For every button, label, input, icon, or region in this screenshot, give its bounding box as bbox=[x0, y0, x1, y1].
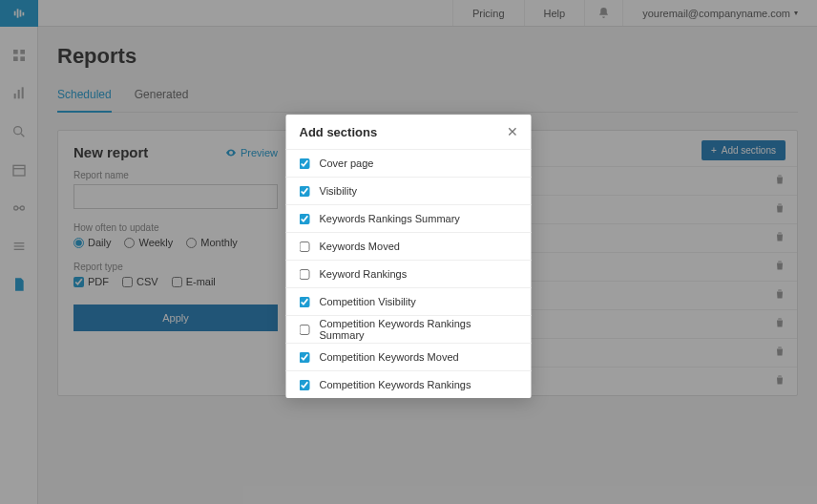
modal-title: Add sections bbox=[300, 125, 378, 139]
option-checkbox[interactable] bbox=[300, 269, 310, 280]
option-label: Competition Keywords Rankings bbox=[320, 379, 471, 390]
option-checkbox[interactable] bbox=[300, 242, 310, 252]
option-checkbox[interactable] bbox=[300, 352, 310, 363]
modal-option[interactable]: Competition Visibility bbox=[286, 287, 532, 315]
modal-option[interactable]: Keyword Rankings bbox=[286, 260, 532, 287]
modal-option[interactable]: Competition Keywords Moved bbox=[286, 343, 532, 370]
option-checkbox[interactable] bbox=[300, 297, 310, 307]
option-label: Competition Visibility bbox=[320, 296, 416, 307]
option-checkbox[interactable] bbox=[300, 325, 310, 335]
option-label: Visibility bbox=[320, 185, 358, 197]
option-checkbox[interactable] bbox=[300, 186, 310, 197]
close-icon[interactable]: ✕ bbox=[507, 124, 518, 139]
modal-option[interactable]: Cover page bbox=[286, 149, 532, 177]
option-label: Keywords Rankings Summary bbox=[320, 213, 460, 224]
option-label: Cover page bbox=[320, 158, 374, 169]
option-label: Keyword Rankings bbox=[320, 268, 408, 280]
option-label: Competition Keywords Moved bbox=[320, 351, 459, 363]
option-checkbox[interactable] bbox=[300, 158, 310, 169]
modal-option[interactable]: Visibility bbox=[286, 177, 532, 204]
option-checkbox[interactable] bbox=[300, 380, 310, 390]
modal-option[interactable]: Competition Keywords Rankings bbox=[286, 370, 532, 398]
option-label: Keywords Moved bbox=[320, 241, 400, 252]
modal-option[interactable]: Keywords Moved bbox=[286, 232, 532, 260]
modal-option[interactable]: Keywords Rankings Summary bbox=[286, 204, 532, 232]
add-sections-modal: Add sections ✕ Cover pageVisibilityKeywo… bbox=[286, 115, 532, 398]
option-label: Competition Keywords Rankings Summary bbox=[320, 318, 518, 341]
option-checkbox[interactable] bbox=[300, 214, 310, 224]
modal-option[interactable]: Competition Keywords Rankings Summary bbox=[286, 315, 532, 343]
